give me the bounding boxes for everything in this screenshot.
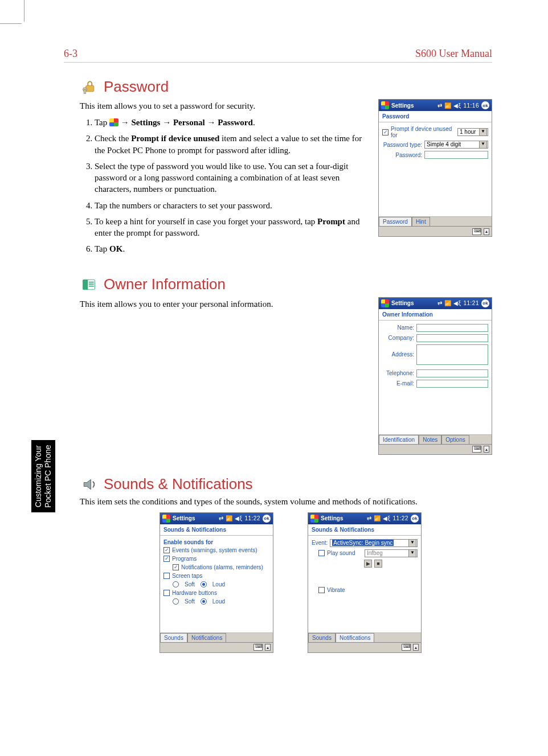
svg-rect-6 [89,284,94,285]
play-sound-checkbox[interactable] [318,550,325,556]
tab-notifications[interactable]: Notifications [187,633,226,642]
screen-soft-radio[interactable] [173,581,179,587]
password-step-3: Select the type of password you would li… [95,161,367,195]
section-password-text: Password [104,78,169,96]
tab-hint[interactable]: Hint [412,217,430,226]
event-select[interactable]: ActiveSync: Begin sync [330,539,418,547]
sip-arrow-icon[interactable]: ▴ [484,446,489,453]
company-input[interactable] [416,334,488,342]
prompt-checkbox[interactable]: ✓ [382,129,388,135]
notifications-checkbox[interactable]: ✓ [173,564,179,570]
screen-loud-radio[interactable] [201,581,207,587]
tab-identification[interactable]: Identification [379,435,419,444]
owner-info-icon [80,276,98,294]
page-heading: Sounds & Notifications [160,524,273,536]
play-button[interactable]: ▶ [364,560,372,568]
stop-button[interactable]: ■ [374,560,382,568]
section-sounds-title: Sounds & Notifications [80,475,492,494]
password-field-label: Password: [382,152,422,158]
sounds-icon [80,475,98,494]
start-icon[interactable] [381,101,389,109]
prompt-duration-select[interactable]: 1 hour [457,128,488,136]
email-label: E-mail: [382,380,414,387]
programs-checkbox[interactable]: ✓ [163,556,170,562]
svg-rect-2 [84,89,86,93]
sip-keyboard-icon[interactable] [253,644,263,651]
side-tab-line1: Customizing Your [34,445,43,507]
sip-keyboard-icon[interactable] [402,644,411,651]
sip-keyboard-icon[interactable] [472,228,481,235]
hw-soft-label: Soft [185,598,195,605]
start-icon [109,118,118,126]
ok-button[interactable]: ok [263,515,271,523]
hw-soft-radio[interactable] [173,598,179,605]
page-heading: Sounds & Notifications [308,524,421,536]
play-sound-select[interactable]: Infbeg [365,549,418,557]
password-icon [80,77,98,96]
address-input[interactable] [416,344,488,365]
password-intro: This item allows you to set a password f… [80,101,367,111]
hardware-buttons-checkbox[interactable] [163,590,170,596]
notifications-checkbox-label: Notifications (alarms, reminders) [181,564,263,570]
vibrate-label: Vibrate [327,587,345,593]
ok-button[interactable]: ok [481,299,489,307]
password-input[interactable] [424,151,488,159]
status-icons[interactable]: ⇄ 📶 ◀ξ [219,515,242,521]
tab-password[interactable]: Password [379,217,412,226]
event-label: Event: [312,540,328,546]
side-tab-line2: Pocket PC Phone [43,445,52,508]
owner-intro: This item allows you to enter your perso… [80,299,367,309]
svg-rect-5 [89,281,94,282]
clock[interactable]: 11:16 [463,102,479,109]
password-type-select[interactable]: Simple 4 digit [424,141,488,149]
enable-sounds-heading: Enable sounds for [163,539,269,545]
password-step-6: Tap OK. [95,243,367,254]
status-icons[interactable]: ⇄ 📶 ◀ξ [437,102,461,109]
tab-sounds[interactable]: Sounds [160,633,187,642]
ok-button[interactable]: ok [411,515,419,523]
tab-options[interactable]: Options [441,435,469,444]
ok-button[interactable]: ok [481,101,489,109]
sip-arrow-icon[interactable]: ▴ [413,644,419,651]
play-sound-label: Play sound [327,550,362,556]
screenshot-sounds-tab: Settings ⇄ 📶 ◀ξ 11:22 ok Sounds & Notifi… [160,512,273,653]
tab-notifications[interactable]: Notifications [336,633,374,642]
events-checkbox[interactable]: ✓ [163,547,170,553]
page-heading: Owner Information [379,309,492,321]
vibrate-checkbox[interactable] [318,587,325,593]
clock[interactable]: 11:22 [244,515,260,521]
start-icon[interactable] [310,515,318,523]
svg-rect-4 [83,280,88,290]
crop-mark [24,0,24,22]
screen-taps-checkbox[interactable] [163,573,170,579]
window-title: Settings [173,515,195,521]
start-icon[interactable] [162,515,170,523]
section-sounds-text: Sounds & Notifications [104,475,253,493]
clock[interactable]: 11:22 [392,515,408,521]
section-owner-text: Owner Information [104,276,226,293]
status-icons[interactable]: ⇄ 📶 ◀ξ [437,300,461,306]
name-input[interactable] [416,324,488,332]
start-icon[interactable] [381,299,389,307]
status-icons[interactable]: ⇄ 📶 ◀ξ [367,515,390,521]
name-label: Name: [382,324,414,331]
tab-notes[interactable]: Notes [419,435,441,444]
password-step-1: Tap → Settings → Personal → Password. [95,117,367,128]
screenshot-password: Settings ⇄ 📶 ◀ξ 11:16 ok Password ✓ Prom… [378,99,492,237]
page-number: 6-3 [64,48,77,60]
sip-arrow-icon[interactable]: ▴ [484,228,489,235]
clock[interactable]: 11:21 [463,300,479,306]
section-password-title: Password [80,77,492,96]
password-steps: Tap → Settings → Personal → Password. Ch… [80,117,367,255]
svg-rect-0 [86,85,94,92]
sip-keyboard-icon[interactable] [472,446,481,453]
sip-arrow-icon[interactable]: ▴ [265,644,271,651]
svg-rect-7 [89,285,94,286]
screenshot-owner-info: Settings ⇄ 📶 ◀ξ 11:21 ok Owner Informati… [378,297,492,455]
hardware-buttons-checkbox-label: Hardware buttons [172,590,217,596]
email-input[interactable] [416,380,488,388]
telephone-input[interactable] [416,369,488,377]
tab-sounds[interactable]: Sounds [308,633,336,642]
hw-loud-radio[interactable] [201,598,207,605]
screenshot-notifications-tab: Settings ⇄ 📶 ◀ξ 11:22 ok Sounds & Notifi… [308,512,422,653]
